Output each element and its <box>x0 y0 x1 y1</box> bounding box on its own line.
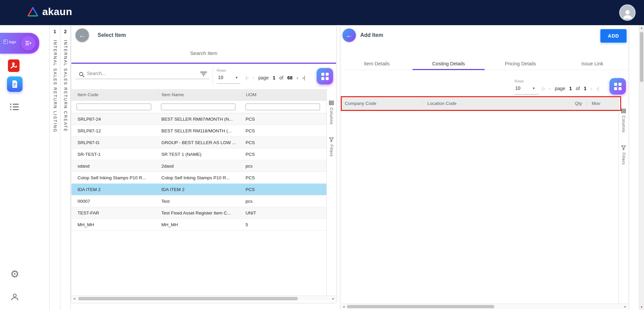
search-input[interactable] <box>87 70 198 77</box>
topbar: akaun <box>0 0 644 25</box>
workspace-logo-box[interactable]: logo <box>0 33 39 54</box>
table-cell: 00007 <box>71 199 158 204</box>
column-header-location-code[interactable]: Location Code <box>423 101 508 106</box>
horizontal-scrollbar[interactable]: ◄ ► <box>71 296 336 301</box>
scroll-right-icon[interactable]: ► <box>624 305 627 309</box>
scroll-down-icon[interactable]: ▼ <box>639 306 644 309</box>
table-row[interactable]: Colop Self Inking Stamps P10 R...Colop S… <box>71 172 326 184</box>
user-icon <box>10 292 20 302</box>
total-pages: 1 <box>584 86 587 91</box>
scroll-up-icon[interactable]: ▲ <box>639 26 644 29</box>
grid-view-button[interactable] <box>609 78 626 95</box>
first-page-icon[interactable]: |‹ <box>542 85 545 91</box>
table-cell: 5 <box>242 222 326 227</box>
add-button[interactable]: ADD <box>600 29 627 43</box>
page-scrollbar[interactable]: ▲ ▼ <box>639 25 644 310</box>
last-page-icon[interactable]: ›| <box>596 85 599 91</box>
back-button[interactable]: ← <box>342 28 356 42</box>
user-avatar[interactable] <box>619 4 636 21</box>
table-row[interactable]: SRLP87-12BEST SELLER RM118/MONTH (...PCS <box>71 125 326 137</box>
horizontal-scrollbar[interactable]: ◄ ► <box>341 304 628 309</box>
table-row[interactable]: SR-TEST-1SR TEST 1 (NAME)PCS <box>71 148 326 160</box>
prev-page-icon[interactable]: ‹ <box>253 75 254 80</box>
table-row[interactable]: TEST-FARTest Fixed Asset Register Item C… <box>71 207 326 219</box>
item-code-filter-input[interactable] <box>76 104 151 110</box>
scrollbar-thumb[interactable] <box>347 305 494 308</box>
first-page-icon[interactable]: |‹ <box>246 75 249 80</box>
prev-page-icon[interactable]: ‹ <box>549 85 551 91</box>
column-header-item-code[interactable]: Item Code <box>71 92 158 97</box>
column-header-uom[interactable]: UOM <box>242 92 326 97</box>
rows-label: Rows <box>515 79 524 83</box>
rows-per-page-select[interactable]: 10 ▾ <box>218 75 237 80</box>
item-table-header: Item Code Item Name UOM <box>71 89 326 101</box>
brand[interactable]: akaun <box>27 6 72 17</box>
grid-icon <box>321 73 329 80</box>
column-header-mov[interactable]: Mov <box>587 101 619 106</box>
pdf-app-button[interactable] <box>7 59 20 72</box>
table-cell: Test Fixed Asset Register Item C... <box>158 210 242 215</box>
tab-number: 2 <box>60 29 70 34</box>
uom-filter-input[interactable] <box>246 104 320 110</box>
document-app-button[interactable] <box>7 76 22 92</box>
table-row[interactable]: 00007Testpcs <box>71 195 326 207</box>
tab-costing-details[interactable]: Costing Details <box>413 57 484 70</box>
table-cell: MH_MH <box>158 222 242 227</box>
current-page: 1 <box>273 75 275 80</box>
column-header-item-name[interactable]: Item Name <box>158 92 242 97</box>
grid-view-button[interactable] <box>317 68 333 84</box>
gear-icon: ⚙ <box>10 268 19 280</box>
item-table-body: SRLP87-24BEST SELLER RM87/MONTH (N...PCS… <box>71 113 326 231</box>
scroll-right-icon[interactable]: ► <box>332 297 335 301</box>
item-name-filter-input[interactable] <box>161 104 235 110</box>
scroll-left-icon[interactable]: ◄ <box>342 305 345 309</box>
profile-button[interactable] <box>9 292 20 302</box>
page-title: Add Item <box>360 32 383 38</box>
table-row[interactable]: IDA ITEM 2IDA ITEM 2PCS <box>71 184 326 195</box>
vertical-tab-create[interactable]: 2 INTERNAL SALES RETURN CREATE <box>60 25 71 310</box>
table-row[interactable]: SRLP87-GGROUP - BEST SELLER AS LOW ...PC… <box>71 137 326 148</box>
table-row[interactable]: SRLP87-24BEST SELLER RM87/MONTH (N...PCS <box>71 113 326 125</box>
table-row[interactable]: MH_MHMH_MH5 <box>71 219 326 231</box>
back-button[interactable]: ← <box>75 28 89 42</box>
scroll-left-icon[interactable]: ◄ <box>73 297 76 301</box>
table-cell: 2dasd <box>158 164 242 169</box>
collapse-menu-button[interactable] <box>21 36 36 51</box>
rows-per-page-select[interactable]: 10 ▾ <box>515 85 535 91</box>
columns-panel-button[interactable]: Columns <box>329 101 334 125</box>
tab-search-item[interactable]: Search Item <box>71 50 336 56</box>
table-cell: Colop Self Inking Stamps P10 R... <box>158 175 242 180</box>
table-cell: SR TEST 1 (NAME) <box>158 152 242 157</box>
filters-label: Filters <box>621 152 626 165</box>
table-cell: PCS <box>242 187 326 192</box>
tab-item-details[interactable]: Item Details <box>341 57 413 70</box>
filter-icon <box>329 137 334 142</box>
filters-panel-button[interactable]: Filters <box>329 137 334 157</box>
column-header-qty[interactable]: Qty <box>508 101 587 106</box>
table-cell: PCS <box>242 128 326 133</box>
table-cell: Colop Self Inking Stamps P10 R... <box>71 175 158 180</box>
tab-pricing-details[interactable]: Pricing Details <box>485 57 556 70</box>
table-cell: IDA ITEM 2 <box>71 187 158 192</box>
tab-issue-link[interactable]: Issue Link <box>556 57 628 70</box>
list-menu-button[interactable] <box>9 102 20 112</box>
last-page-icon[interactable]: ›| <box>302 75 305 80</box>
scrollbar-thumb[interactable] <box>640 32 643 82</box>
total-pages: 68 <box>287 75 293 80</box>
filters-panel-button[interactable]: Filters <box>621 145 626 165</box>
filter-list-icon[interactable] <box>200 72 207 78</box>
vertical-tab-listing[interactable]: 1 INTERNAL SALES RETURN LISTING <box>49 25 60 310</box>
table-cell: SRLP87-24 <box>71 117 158 122</box>
table-cell: BEST SELLER RM118/MONTH (... <box>158 128 242 133</box>
next-page-icon[interactable]: › <box>297 75 298 80</box>
tab-number: 1 <box>50 29 60 34</box>
rows-per-page-value: 10 <box>515 85 521 91</box>
menu-arrow-icon <box>24 40 32 47</box>
settings-button[interactable]: ⚙ <box>9 268 20 280</box>
broken-image-icon <box>3 40 8 44</box>
next-page-icon[interactable]: › <box>590 85 592 91</box>
scrollbar-thumb[interactable] <box>78 297 298 300</box>
columns-panel-button[interactable]: Columns <box>621 109 626 133</box>
table-row[interactable]: sdasd2dasdpcs <box>71 160 326 172</box>
column-header-company-code[interactable]: Company Code <box>341 101 423 106</box>
